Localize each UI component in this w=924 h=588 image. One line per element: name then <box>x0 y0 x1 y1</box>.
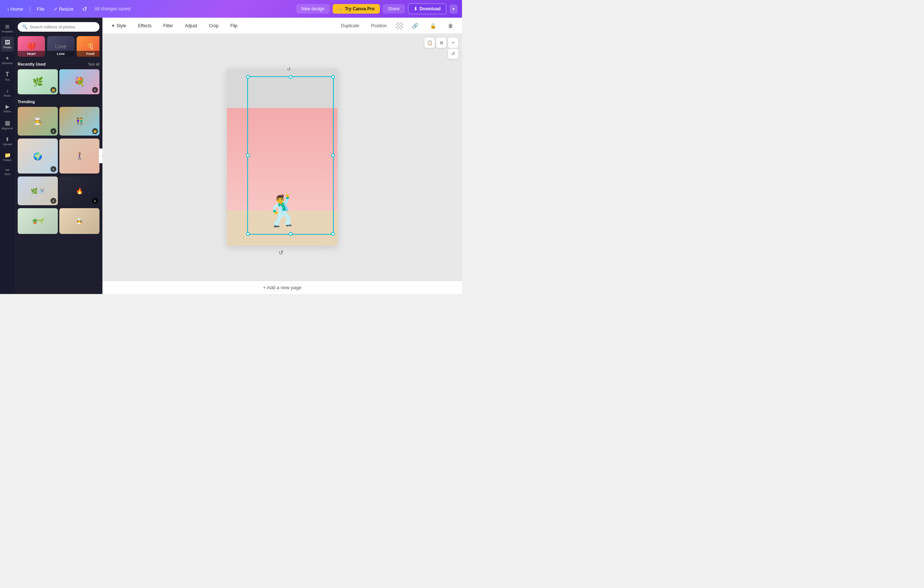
photos-panel: 🔍 ❤️ Heart Love Love 🍕 Food <box>15 18 102 294</box>
right-panel-area: ✦ Style Effects Filter Adjust Crop Flip … <box>102 18 462 294</box>
toolbar: ✦ Style Effects Filter Adjust Crop Flip … <box>102 18 462 34</box>
effects-button[interactable]: Effects <box>135 22 154 30</box>
top-navigation: ‹ Home | File ⤢ Resize ↺ All changes sav… <box>0 0 462 18</box>
background-label: Bkground <box>2 127 13 130</box>
sidebar-item-music[interactable]: ♪ Music <box>1 85 14 100</box>
add-page-bar[interactable]: + Add a new page <box>102 281 462 294</box>
uploads-label: Uploads <box>3 143 12 145</box>
recently-used-title: Recently Used <box>18 62 46 66</box>
hide-panel-button[interactable]: ‹ <box>99 149 102 163</box>
icon-sidebar: ⊞ Templates 🖼 Photos ✦ Elements T Text ♪… <box>0 18 15 294</box>
sidebar-item-more[interactable]: ••• More <box>1 165 14 178</box>
adjust-button[interactable]: Adjust <box>182 22 200 30</box>
download-caret-button[interactable]: ▾ <box>449 5 457 14</box>
filter-button[interactable]: Filter <box>160 22 176 30</box>
filter-label: Filter <box>163 23 173 28</box>
category-chip-love[interactable]: Love Love <box>47 36 74 57</box>
duplicate-button[interactable]: Duplicate <box>338 22 362 30</box>
canvas-image[interactable]: 🕺 <box>227 69 337 246</box>
more-icon: ••• <box>5 168 10 172</box>
canvas-add-button[interactable]: + <box>448 38 458 48</box>
resize-icon: ⤢ <box>53 6 58 12</box>
new-design-button[interactable]: New design <box>296 4 330 14</box>
recently-used-header: Recently Used See all <box>18 62 99 66</box>
saved-status: All changes saved <box>94 6 130 12</box>
resize-button[interactable]: ⤢ Resize <box>51 5 77 13</box>
music-icon: ♪ <box>6 88 9 94</box>
style-button[interactable]: ✦ Style <box>108 22 129 30</box>
download-button[interactable]: ⬇ Download <box>408 3 447 14</box>
resize-label: Resize <box>59 6 74 12</box>
sidebar-item-photos[interactable]: 🖼 Photos <box>1 36 14 51</box>
sidebar-item-uploads[interactable]: ⬆ Uploads <box>1 133 14 149</box>
heart-chip-label: Heart <box>18 51 45 57</box>
trending-image-chef[interactable]: 🧑‍🍳 <box>59 208 99 234</box>
link-button[interactable]: 🔗 <box>409 21 421 30</box>
folders-label: Folders <box>3 159 12 161</box>
photos-icon: 🖼 <box>5 40 10 45</box>
canvas-frame: 🕺 ↺ ↺ <box>227 69 337 246</box>
add-page-label: + Add a new page <box>263 285 301 290</box>
trending-image-friends[interactable]: 👫 👑 <box>59 107 99 135</box>
pro-badge: 👑 <box>51 87 56 93</box>
uk-badge-kitchen: £ <box>51 198 56 204</box>
trending-image-kitchen[interactable]: 🌿🚿 £ <box>18 177 58 205</box>
try-pro-button[interactable]: 👑 Try Canva Pro <box>333 4 380 14</box>
search-input[interactable] <box>30 25 95 29</box>
file-button[interactable]: File <box>34 5 48 13</box>
recent-image-bouquet[interactable]: 💐 £ <box>59 69 99 94</box>
refresh-button[interactable]: ↺ <box>448 49 458 59</box>
elements-icon: ✦ <box>5 55 10 61</box>
sidebar-item-text[interactable]: T Text <box>1 68 14 84</box>
canvas-notes-button[interactable]: 📋 <box>424 38 435 48</box>
category-chip-food[interactable]: 🍕 Food <box>77 36 99 57</box>
transparency-button[interactable] <box>396 22 403 30</box>
canvas-top-right-tools: 📋 ⧉ + <box>424 38 458 48</box>
trending-row-1: 👨‍🍳 £ 👫 👑 <box>18 107 99 135</box>
position-button[interactable]: Position <box>368 22 390 30</box>
home-button[interactable]: ‹ Home <box>5 5 26 13</box>
see-all-button[interactable]: See all <box>88 62 99 66</box>
delete-button[interactable]: 🗑 <box>445 21 456 30</box>
position-label: Position <box>371 23 387 28</box>
trending-row-2: 🌍 £ 🚶‍♀️ <box>18 139 99 173</box>
category-chip-heart[interactable]: ❤️ Heart <box>18 36 45 57</box>
trending-row-4: 🪴🌱 🧑‍🍳 <box>18 208 99 234</box>
more-label: More <box>5 173 10 175</box>
trending-image-fireplace[interactable]: 🔥 £ <box>59 177 99 205</box>
trending-image-plants[interactable]: 🪴🌱 <box>18 208 58 234</box>
templates-icon: ⊞ <box>5 23 10 30</box>
sidebar-item-templates[interactable]: ⊞ Templates <box>1 21 14 36</box>
trending-image-cooking[interactable]: 👨‍🍳 £ <box>18 107 58 135</box>
sidebar-item-folders[interactable]: 📁 Folders <box>1 149 14 164</box>
canvas-copy-button[interactable]: ⧉ <box>436 38 447 48</box>
videos-label: Videos <box>3 110 11 113</box>
trending-image-earth[interactable]: 🌍 £ <box>18 139 58 173</box>
sidebar-item-videos[interactable]: ▶ Videos <box>1 101 14 116</box>
recent-image-leaf[interactable]: 🌿 👑 <box>18 69 58 94</box>
sidebar-item-background[interactable]: ▦ Bkground <box>1 116 14 133</box>
canvas-content[interactable]: 📋 ⧉ + 🕺 <box>102 34 462 281</box>
new-design-label: New design <box>301 6 325 12</box>
share-label: Share <box>388 6 400 12</box>
sidebar-item-elements[interactable]: ✦ Elements <box>1 52 14 68</box>
undo-button[interactable]: ↺ <box>79 4 90 14</box>
duplicate-label: Duplicate <box>341 23 359 28</box>
flip-label: Flip <box>230 23 237 28</box>
crop-button[interactable]: Crop <box>206 22 221 30</box>
crop-label: Crop <box>209 23 218 28</box>
rotate-handle[interactable]: ↺ <box>279 249 283 256</box>
home-label: Home <box>10 6 23 12</box>
trending-image-woman-back[interactable]: 🚶‍♀️ <box>59 139 99 173</box>
file-label: File <box>37 6 45 12</box>
videos-icon: ▶ <box>5 104 10 109</box>
dancing-figure: 🕺 <box>262 192 302 230</box>
photos-label: Photos <box>3 46 12 49</box>
flip-button[interactable]: Flip <box>227 22 240 30</box>
uploads-icon: ⬆ <box>5 136 10 142</box>
style-icon: ✦ <box>111 23 115 28</box>
share-button[interactable]: Share <box>383 4 405 14</box>
elements-label: Elements <box>2 62 13 64</box>
trending-row-3: 🌿🚿 £ 🔥 £ <box>18 177 99 205</box>
lock-button[interactable]: 🔒 <box>427 21 439 30</box>
